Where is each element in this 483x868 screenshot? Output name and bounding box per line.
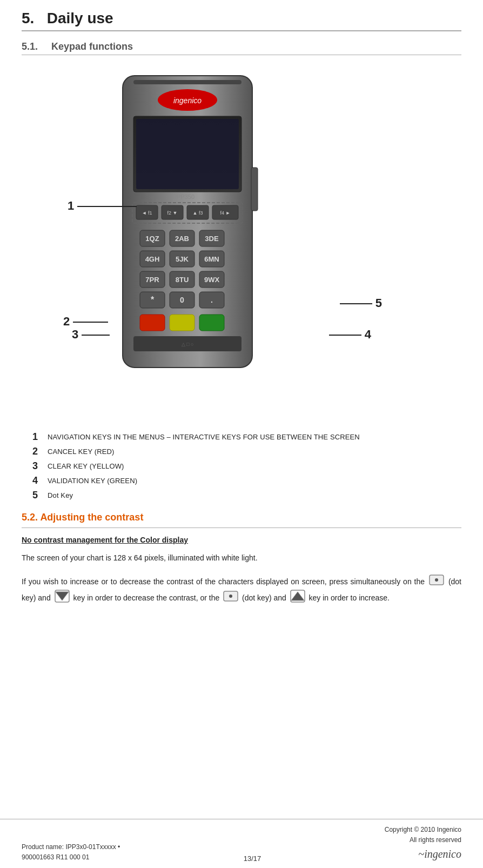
footer-page-number: 13/17	[244, 854, 261, 863]
svg-text:5JK: 5JK	[176, 255, 189, 263]
svg-rect-45	[251, 168, 258, 211]
svg-text:1QZ: 1QZ	[145, 235, 159, 243]
footer-left: Product name: IPP3x0-01Txxxxx • 90000166…	[22, 842, 120, 863]
svg-text:7PR: 7PR	[145, 276, 159, 284]
svg-text:2AB: 2AB	[175, 235, 189, 243]
svg-text:IPP350: IPP350	[175, 193, 194, 200]
section52-heading: 5.2. Adjusting the contrast	[22, 512, 461, 523]
svg-text:f2 ▼: f2 ▼	[167, 210, 178, 216]
key-desc-2: 2 CANCEL key (red)	[32, 446, 461, 457]
svg-text:△ □ ○: △ □ ○	[182, 342, 194, 347]
annotation-2: 2	[63, 315, 108, 329]
dot-key-icon	[429, 575, 444, 590]
key-desc-5: 5 Dot Key	[32, 490, 461, 501]
footer-product-line2: 900001663 R11 000 01	[22, 852, 120, 863]
svg-text:.: .	[211, 296, 213, 304]
annotation-5: 5	[340, 296, 382, 310]
svg-text:f4 ►: f4 ►	[220, 210, 231, 216]
annotation-4: 4	[329, 328, 371, 342]
svg-text:ingenico: ingenico	[173, 96, 202, 105]
no-contrast-heading: No contrast management for the Color dis…	[22, 536, 461, 544]
svg-text:3DE: 3DE	[205, 235, 219, 243]
svg-rect-40	[140, 315, 165, 331]
footer-product-line1: Product name: IPP3x0-01Txxxxx •	[22, 842, 120, 852]
svg-rect-41	[170, 315, 194, 331]
main-title-section: 5. Daily use	[22, 0, 461, 31]
svg-point-51	[229, 595, 232, 598]
paragraph-2: If you wish to increase or to decrease t…	[22, 575, 461, 607]
svg-text:◄ f1: ◄ f1	[142, 210, 152, 216]
svg-rect-1	[133, 80, 242, 84]
section52-title: 5.2. Adjusting the contrast	[22, 512, 143, 523]
section-divider	[22, 528, 461, 528]
svg-text:8TU: 8TU	[176, 276, 189, 284]
footer-copyright: Copyright © 2010 Ingenico	[385, 825, 461, 835]
svg-text:9WX: 9WX	[204, 276, 220, 284]
footer: Product name: IPP3x0-01Txxxxx • 90000166…	[0, 819, 483, 868]
key-desc-1: 1 NAVIGATION keys in the menus – Interac…	[32, 431, 461, 443]
down-arrow-key-icon	[55, 590, 70, 607]
svg-text:*: *	[151, 295, 155, 304]
device-image-area: ingenico IPP350 ◄ f1 f2 ▼ ▲ f3	[58, 65, 425, 422]
svg-marker-52	[291, 592, 304, 600]
footer-right: Copyright © 2010 Ingenico All rights res…	[385, 825, 461, 863]
up-arrow-key-icon	[290, 590, 305, 607]
key-desc-4: 4 VALIDATION key (green)	[32, 475, 461, 486]
svg-point-47	[435, 578, 438, 582]
svg-text:6MN: 6MN	[204, 255, 219, 263]
svg-text:▲ f3: ▲ f3	[193, 210, 203, 216]
paragraph-1: The screen of your chart is 128 x 64 pix…	[22, 552, 461, 565]
key-descriptions: 1 NAVIGATION keys in the menus – Interac…	[32, 431, 461, 501]
svg-text:0: 0	[180, 296, 184, 304]
section51-title: 5.1. Keypad functions	[22, 41, 133, 52]
device-illustration: ingenico IPP350 ◄ f1 f2 ▼ ▲ f3	[101, 70, 296, 395]
svg-text:4GH: 4GH	[145, 255, 160, 263]
footer-rights: All rights reserved	[385, 835, 461, 845]
svg-marker-48	[56, 592, 69, 600]
svg-rect-42	[199, 315, 224, 331]
dot-key-icon-2	[223, 591, 238, 606]
section51-heading: 5.1. Keypad functions	[22, 41, 461, 55]
svg-rect-5	[136, 119, 239, 189]
annotation-1: 1	[68, 199, 137, 213]
annotation-3: 3	[72, 328, 110, 342]
ingenico-logo: ~ingenico	[385, 845, 461, 863]
main-title: 5. Daily use	[22, 10, 113, 26]
key-desc-3: 3 CLEAR key (yellow)	[32, 460, 461, 472]
